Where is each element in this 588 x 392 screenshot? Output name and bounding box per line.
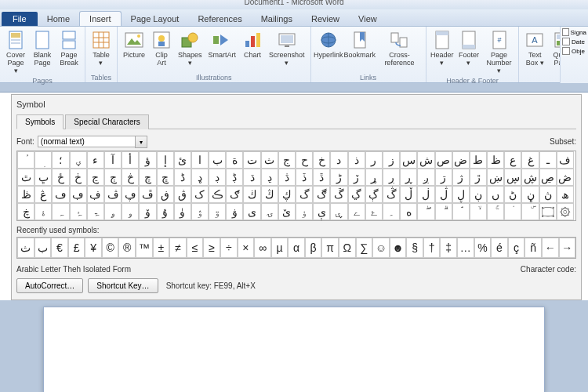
symbol-cell[interactable]: ک <box>191 186 209 203</box>
symbol-cell[interactable]: ڪ <box>209 186 226 203</box>
hyperlink-button[interactable]: Hyperlink <box>314 28 343 60</box>
symbol-cell[interactable]: ع <box>504 151 521 169</box>
symbol-cell[interactable]: ڱ <box>330 186 347 203</box>
symbol-cell[interactable]: ڀ <box>34 169 52 186</box>
tab-home[interactable]: Home <box>38 12 79 26</box>
recent-symbol-cell[interactable]: ≤ <box>187 238 204 258</box>
symbol-cell[interactable]: ڬ <box>243 186 260 203</box>
recent-symbol-cell[interactable]: ± <box>153 238 170 258</box>
symbol-cell[interactable]: ۝ <box>539 203 557 220</box>
symbol-cell[interactable]: ا <box>191 151 209 169</box>
symbol-cell[interactable]: ڟ <box>17 186 34 203</box>
recent-symbol-cell[interactable]: ≥ <box>203 238 220 258</box>
symbol-cell[interactable]: ۊ <box>209 203 226 220</box>
recent-symbol-cell[interactable]: § <box>406 238 423 258</box>
recent-symbol-cell[interactable]: ∑ <box>356 238 373 258</box>
recent-symbol-cell[interactable]: é <box>491 238 508 258</box>
symbol-cell[interactable]: ۄ <box>104 203 122 220</box>
symbol-cell[interactable]: إ <box>157 151 174 169</box>
symbol-cell[interactable]: ف <box>557 151 574 169</box>
tab-symbols[interactable]: Symbols <box>16 114 64 129</box>
symbol-cell[interactable]: ڛ <box>504 169 521 186</box>
symbol-cell[interactable]: ۘ <box>452 203 470 220</box>
symbol-cell[interactable]: ڇ <box>157 169 174 186</box>
symbol-cell[interactable]: ش <box>417 151 434 169</box>
symbol-cell[interactable]: ڙ <box>470 169 487 186</box>
recent-symbol-cell[interactable]: × <box>238 238 255 258</box>
symbol-cell[interactable]: ڤ <box>104 186 122 203</box>
recent-symbol-cell[interactable]: ñ <box>524 238 542 258</box>
symbol-cell[interactable]: ڈ <box>174 169 191 186</box>
tab-mailings[interactable]: Mailings <box>252 12 302 26</box>
symbol-cell[interactable]: ھ <box>557 186 574 203</box>
clipart-button[interactable]: Clip Art <box>149 28 174 68</box>
symbol-cell[interactable]: ۍ <box>261 203 278 220</box>
symbol-cell[interactable]: ؙ <box>17 151 34 169</box>
symbol-cell[interactable]: ۗ <box>435 203 452 220</box>
symbol-cell[interactable]: ج <box>278 151 296 169</box>
symbol-cell[interactable]: ؛ <box>52 151 69 169</box>
textbox-button[interactable]: A Text Box ▾ <box>522 28 547 68</box>
recent-symbol-cell[interactable]: π <box>321 238 339 258</box>
object-button[interactable]: Obje <box>562 47 586 55</box>
recent-symbol-cell[interactable]: → <box>559 238 576 258</box>
symbol-cell[interactable]: ء <box>87 151 104 169</box>
symbol-cell[interactable]: ۜ <box>521 203 539 220</box>
blank-page-button[interactable]: Blank Page <box>30 28 55 68</box>
symbol-cell[interactable]: ں <box>487 186 504 203</box>
chart-button[interactable]: Chart <box>240 28 265 60</box>
symbol-cell[interactable]: ۚ <box>487 203 504 220</box>
symbol-cell[interactable]: ږ <box>417 169 434 186</box>
document-page[interactable] <box>43 307 545 392</box>
symbol-cell[interactable]: ښ <box>487 169 504 186</box>
symbol-cell[interactable]: ظ <box>487 151 504 169</box>
symbol-cell[interactable]: ی <box>243 203 260 220</box>
recent-symbol-cell[interactable]: ¥ <box>85 238 102 258</box>
symbol-cell[interactable]: د <box>330 151 347 169</box>
symbol-cell[interactable]: ۑ <box>330 203 347 220</box>
symbol-cell[interactable]: ۛ <box>504 203 521 220</box>
symbol-cell[interactable]: ڡ <box>52 186 69 203</box>
recent-symbol-cell[interactable]: ÷ <box>220 238 238 258</box>
symbol-cell[interactable]: ۞ <box>557 203 574 220</box>
tab-insert[interactable]: Insert <box>79 11 122 26</box>
shortcut-key-button[interactable]: Shortcut Key… <box>88 278 158 293</box>
symbol-cell[interactable]: ۈ <box>174 203 191 220</box>
symbol-cell[interactable]: ۙ <box>470 203 487 220</box>
symbol-cell[interactable]: ر <box>365 151 383 169</box>
symbol-cell[interactable]: ۂ <box>70 203 87 220</box>
symbol-cell[interactable]: ۀ <box>34 203 52 220</box>
symbol-cell[interactable]: ط <box>470 151 487 169</box>
symbol-cell[interactable]: ڻ <box>504 186 521 203</box>
symbol-cell[interactable]: ذ <box>348 151 365 169</box>
shapes-button[interactable]: Shapes ▾ <box>176 28 205 68</box>
tab-special-characters[interactable]: Special Characters <box>65 114 148 129</box>
symbol-cell[interactable]: ۋ <box>226 203 243 220</box>
symbol-cell[interactable]: ڃ <box>87 169 104 186</box>
recent-symbol-cell[interactable]: α <box>288 238 305 258</box>
tab-references[interactable]: References <box>188 12 251 26</box>
symbol-cell[interactable]: ڝ <box>539 169 557 186</box>
symbol-cell[interactable]: ە <box>400 203 417 220</box>
recent-symbol-cell[interactable]: ﺏ <box>34 238 52 258</box>
smartart-button[interactable]: SmartArt <box>206 28 239 60</box>
recent-symbol-cell[interactable]: € <box>51 238 68 258</box>
symbol-cell[interactable]: ۅ <box>122 203 139 220</box>
cover-page-button[interactable]: Cover Page ▾ <box>3 28 28 76</box>
symbol-cell[interactable]: ب <box>209 151 226 169</box>
symbol-cell[interactable]: ۉ <box>191 203 209 220</box>
symbol-cell[interactable]: ڏ <box>296 169 313 186</box>
symbol-cell[interactable]: ڧ <box>157 186 174 203</box>
tab-view[interactable]: View <box>349 12 387 26</box>
symbol-cell[interactable]: ڒ <box>348 169 365 186</box>
symbol-cell[interactable]: ۏ <box>296 203 313 220</box>
screenshot-button[interactable]: Screenshot ▾ <box>267 28 307 68</box>
symbol-cell[interactable]: ڿ <box>17 203 34 220</box>
recent-symbol-cell[interactable]: ← <box>542 238 559 258</box>
symbol-cell[interactable]: ڦ <box>139 186 156 203</box>
symbol-cell[interactable]: ڴ <box>383 186 400 203</box>
symbol-cell[interactable]: ۃ <box>87 203 104 220</box>
symbol-cell[interactable]: ڍ <box>261 169 278 186</box>
symbol-cell[interactable]: ڎ <box>278 169 296 186</box>
recent-symbol-cell[interactable]: ﺙ <box>17 238 34 258</box>
